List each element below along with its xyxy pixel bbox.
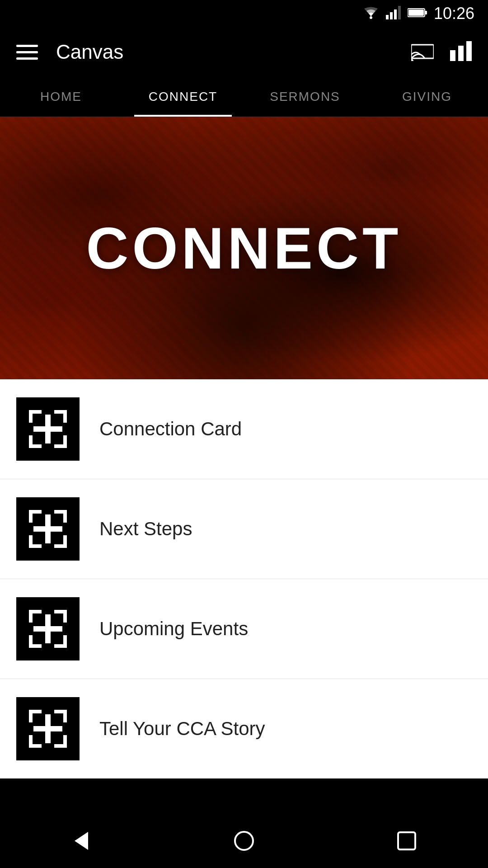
tab-giving[interactable]: GIVING: [366, 77, 488, 117]
status-bar: 10:26: [0, 0, 488, 27]
svg-rect-20: [63, 435, 67, 448]
status-time: 10:26: [434, 4, 474, 23]
bottom-nav: [0, 814, 488, 868]
list-item-next-steps[interactable]: Next Steps: [0, 479, 488, 579]
connect-list: Connection Card Next Steps: [0, 379, 488, 778]
wifi-icon: [362, 6, 380, 21]
menu-button[interactable]: [16, 45, 38, 60]
svg-rect-16: [63, 410, 67, 423]
svg-point-0: [370, 16, 372, 19]
status-icons: 10:26: [362, 4, 474, 23]
svg-rect-4: [398, 6, 401, 19]
svg-rect-32: [33, 526, 62, 532]
svg-rect-12: [466, 41, 472, 61]
svg-rect-24: [29, 510, 33, 523]
svg-rect-10: [450, 50, 455, 61]
svg-rect-1: [386, 15, 389, 19]
upcoming-events-label: Upcoming Events: [99, 618, 248, 640]
list-item-tell-story[interactable]: Tell Your CCA Story: [0, 679, 488, 778]
svg-rect-50: [63, 735, 67, 748]
svg-rect-48: [29, 735, 33, 748]
svg-rect-34: [29, 610, 33, 623]
svg-rect-26: [63, 510, 67, 523]
next-steps-label: Next Steps: [99, 518, 192, 540]
tell-story-icon: [16, 697, 80, 760]
svg-rect-28: [29, 535, 33, 548]
tell-story-label: Tell Your CCA Story: [99, 718, 265, 740]
svg-rect-22: [33, 426, 62, 432]
svg-rect-44: [29, 710, 33, 722]
hero-title: CONNECT: [86, 214, 402, 282]
svg-rect-2: [390, 12, 393, 19]
svg-rect-55: [398, 832, 415, 849]
svg-rect-36: [63, 610, 67, 623]
back-button[interactable]: [63, 823, 99, 859]
app-title: Canvas: [56, 41, 123, 63]
svg-rect-42: [33, 626, 62, 632]
stats-button[interactable]: [450, 41, 472, 63]
cast-button[interactable]: [411, 41, 434, 63]
tab-connect[interactable]: CONNECT: [122, 77, 244, 117]
svg-rect-30: [63, 535, 67, 548]
svg-rect-14: [29, 410, 33, 423]
header-left: Canvas: [16, 41, 123, 63]
svg-rect-38: [29, 635, 33, 648]
svg-rect-52: [33, 726, 62, 731]
tab-sermons[interactable]: SERMONS: [244, 77, 366, 117]
connection-card-icon: [16, 397, 80, 461]
list-item-upcoming-events[interactable]: Upcoming Events: [0, 579, 488, 679]
svg-point-9: [411, 59, 413, 61]
header-right: [411, 41, 472, 63]
svg-rect-3: [394, 9, 397, 19]
svg-rect-18: [29, 435, 33, 448]
app-header: Canvas: [0, 27, 488, 77]
svg-rect-6: [425, 11, 427, 14]
svg-point-54: [235, 832, 253, 850]
tab-home[interactable]: HOME: [0, 77, 122, 117]
next-steps-icon: [16, 497, 80, 561]
svg-rect-11: [458, 46, 464, 61]
list-item-connection-card[interactable]: Connection Card: [0, 379, 488, 479]
home-button[interactable]: [226, 823, 262, 859]
svg-rect-40: [63, 635, 67, 648]
nav-tabs: HOME CONNECT SERMONS GIVING: [0, 77, 488, 117]
signal-icon: [386, 6, 401, 21]
battery-icon: [408, 7, 427, 20]
hero-banner: CONNECT: [0, 117, 488, 379]
recent-button[interactable]: [389, 823, 425, 859]
connection-card-label: Connection Card: [99, 418, 242, 440]
svg-rect-46: [63, 710, 67, 722]
upcoming-events-icon: [16, 597, 80, 660]
svg-rect-7: [408, 9, 424, 16]
svg-marker-53: [75, 832, 88, 850]
